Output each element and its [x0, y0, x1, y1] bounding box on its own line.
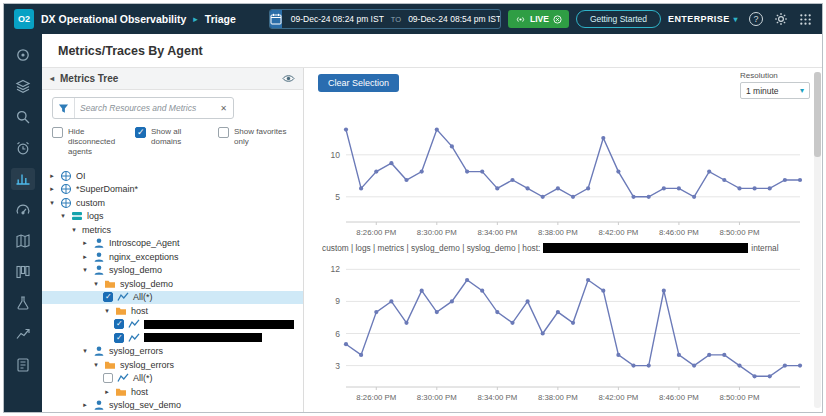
- filter-show-all-domains[interactable]: Show all domains: [135, 127, 210, 157]
- search-icon[interactable]: [11, 106, 35, 128]
- map-icon[interactable]: [11, 230, 35, 252]
- breadcrumb-caret-icon: ▸: [193, 14, 198, 24]
- page-header: Metrics/Traces By Agent: [42, 34, 822, 68]
- tree-item[interactable]: [42, 331, 303, 345]
- app-window: O2 DX Operational Observability ▸ Triage…: [3, 3, 823, 413]
- eye-icon[interactable]: [282, 73, 295, 84]
- tree-item[interactable]: ▾syslog_demo: [42, 277, 303, 291]
- time-range-picker[interactable]: 09-Dec-24 08:24 pm IST TO 09-Dec-24 08:5…: [269, 9, 501, 29]
- chart-title-prefix: custom | logs | metrics | syslog_demo | …: [322, 243, 540, 253]
- tree-item[interactable]: ▾logs: [42, 210, 303, 224]
- metrics-icon[interactable]: [11, 168, 35, 190]
- clear-selection-button[interactable]: Clear Selection: [318, 74, 399, 92]
- expand-icon[interactable]: ▸: [48, 172, 56, 180]
- expand-icon[interactable]: ▸: [103, 388, 111, 396]
- time-range-values[interactable]: 09-Dec-24 08:24 pm IST TO 09-Dec-24 08:5…: [282, 14, 501, 24]
- time-to[interactable]: 09-Dec-24 08:54 pm IST: [408, 14, 501, 24]
- folder-icon: [104, 278, 116, 290]
- expand-icon[interactable]: ▸: [81, 239, 89, 247]
- time-from[interactable]: 09-Dec-24 08:24 pm IST: [291, 14, 384, 24]
- flask-icon[interactable]: [11, 292, 35, 314]
- collapse-icon[interactable]: ▾: [92, 280, 100, 288]
- breadcrumb-triage[interactable]: Triage: [205, 13, 236, 25]
- checkbox-icon[interactable]: [135, 127, 146, 138]
- svg-text:8:46:00 PM: 8:46:00 PM: [659, 393, 699, 402]
- collapse-icon[interactable]: ▾: [59, 212, 67, 220]
- tree-item[interactable]: All(*): [42, 291, 303, 305]
- chevron-down-icon: ▾: [734, 15, 738, 24]
- live-signal-icon: [515, 14, 526, 25]
- tree-item[interactable]: ▸OI: [42, 169, 303, 183]
- gear-icon[interactable]: [774, 12, 788, 26]
- svg-text:8:38:00 PM: 8:38:00 PM: [538, 393, 578, 402]
- collapse-icon[interactable]: ▾: [70, 226, 78, 234]
- alarm-icon[interactable]: [11, 137, 35, 159]
- svg-text:9: 9: [335, 296, 340, 306]
- tree-item[interactable]: ▸syslog_sev_demo: [42, 399, 303, 413]
- live-badge[interactable]: LIVE: [508, 10, 569, 28]
- filter-label: Show favorites only: [234, 127, 293, 147]
- tree-item[interactable]: ▸host: [42, 385, 303, 399]
- chart-title-suffix: internal: [751, 243, 778, 253]
- collapse-icon[interactable]: ▾: [81, 266, 89, 274]
- tree-item[interactable]: ▾metrics: [42, 223, 303, 237]
- trend-icon[interactable]: [11, 323, 35, 345]
- checkbox-icon[interactable]: [218, 127, 229, 138]
- collapse-icon[interactable]: ▾: [103, 307, 111, 315]
- tree-item[interactable]: [42, 318, 303, 332]
- redacted-label: [144, 320, 294, 329]
- tree-checkbox[interactable]: [114, 319, 124, 329]
- scrollbar[interactable]: [814, 72, 821, 408]
- app-grid-icon[interactable]: [799, 13, 812, 26]
- tree-item[interactable]: ▸Introscope_Agent: [42, 237, 303, 251]
- agent-icon: [93, 251, 105, 263]
- tree-item[interactable]: ▾custom: [42, 196, 303, 210]
- tree-item-label: host: [131, 387, 148, 397]
- line-chart-bottom: 369128:26:00 PM8:30:00 PM8:34:00 PM8:38:…: [318, 255, 808, 405]
- svg-text:8:50:00 PM: 8:50:00 PM: [720, 228, 760, 237]
- tree-item[interactable]: ▾syslog_demo: [42, 264, 303, 278]
- list-icon[interactable]: [11, 354, 35, 376]
- checkbox-icon[interactable]: [52, 127, 63, 138]
- tree-item[interactable]: ▾syslog_errors: [42, 358, 303, 372]
- search-input[interactable]: [75, 103, 214, 113]
- agent-icon: [93, 345, 105, 357]
- tree-checkbox[interactable]: [114, 333, 124, 343]
- resolution-select[interactable]: 1 minute ▾: [740, 82, 810, 99]
- filter-show-favorites-only[interactable]: Show favorites only: [218, 127, 293, 157]
- tree-item[interactable]: ▸*SuperDomain*: [42, 183, 303, 197]
- gauge-icon[interactable]: [11, 199, 35, 221]
- tree-item[interactable]: ▸nginx_exceptions: [42, 250, 303, 264]
- tree-item[interactable]: ▾host: [42, 304, 303, 318]
- tree-item-label: host: [131, 306, 148, 316]
- scrollbar-thumb[interactable]: [814, 72, 821, 157]
- tree-item[interactable]: ▾syslog_errors: [42, 345, 303, 359]
- collapse-icon[interactable]: ▾: [48, 199, 56, 207]
- help-icon[interactable]: ?: [749, 12, 763, 26]
- tree-item-label: All(*): [133, 292, 153, 302]
- collapse-panel-icon[interactable]: ◂: [50, 74, 54, 83]
- expand-icon[interactable]: ▸: [81, 401, 89, 409]
- svg-text:8:26:00 PM: 8:26:00 PM: [356, 393, 396, 402]
- layers-icon[interactable]: [11, 75, 35, 97]
- filter-icon[interactable]: [53, 98, 75, 118]
- tree-item[interactable]: All(*): [42, 372, 303, 386]
- live-stop-icon[interactable]: [553, 15, 562, 24]
- filter-hide-disconnected-agents[interactable]: Hide disconnected agents: [52, 127, 127, 157]
- collapse-icon[interactable]: ▾: [92, 361, 100, 369]
- chart-panel: Clear Selection Resolution 1 minute ▾ 51…: [304, 68, 822, 412]
- enterprise-label: ENTERPRISE: [668, 14, 730, 24]
- expand-icon[interactable]: ▸: [81, 253, 89, 261]
- clear-search-icon[interactable]: ✕: [214, 104, 233, 113]
- target-icon[interactable]: [11, 44, 35, 66]
- live-label: LIVE: [530, 14, 549, 24]
- enterprise-menu[interactable]: ENTERPRISE ▾: [668, 14, 738, 24]
- board-icon[interactable]: [11, 261, 35, 283]
- collapse-icon[interactable]: ▾: [81, 347, 89, 355]
- tree-checkbox[interactable]: [103, 373, 113, 383]
- calendar-icon[interactable]: [270, 10, 282, 28]
- tree-checkbox[interactable]: [103, 292, 113, 302]
- getting-started-button[interactable]: Getting Started: [576, 10, 661, 28]
- domain-icon: [60, 183, 72, 195]
- expand-icon[interactable]: ▸: [48, 185, 56, 193]
